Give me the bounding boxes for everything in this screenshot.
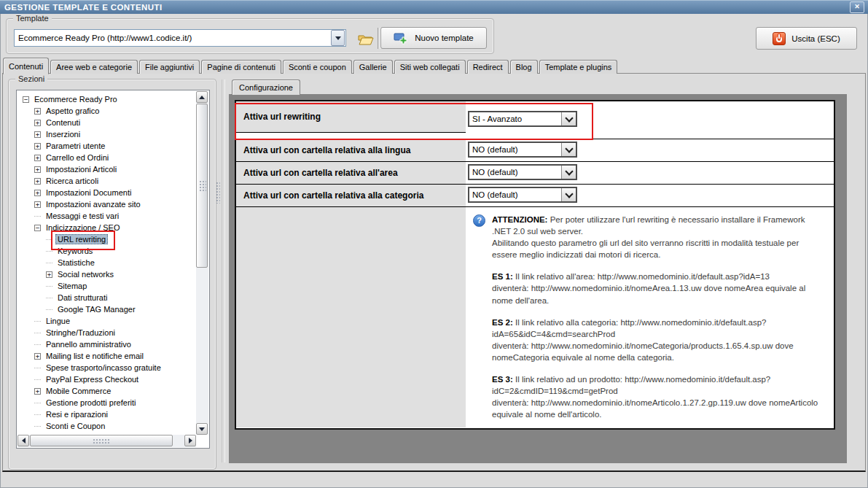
vertical-scroll-thumb[interactable]	[196, 104, 208, 268]
tab-template-e-plugins[interactable]: Template e plugins	[539, 60, 618, 74]
tree-item-sconti-e-coupon[interactable]: Sconti e Coupon	[17, 420, 196, 432]
collapse-icon[interactable]: −	[23, 96, 29, 103]
tree-item-aspetto-grafico[interactable]: +Aspetto grafico	[17, 105, 196, 117]
categoria-select[interactable]: NO (default)	[468, 187, 577, 203]
tree-item-sitemap[interactable]: Sitemap	[17, 280, 196, 292]
tree-item-ecommerce-ready-pro[interactable]: −Ecommerce Ready Pro	[17, 93, 196, 105]
tree-item-label: Gestione prodotti preferiti	[44, 398, 138, 408]
template-select-value: Ecommerce Ready Pro (http://www1.codice.…	[15, 34, 330, 42]
arrow-right-icon	[189, 438, 192, 444]
tree-connector	[34, 333, 41, 333]
tree-item-indicizzazione-seo[interactable]: −Indicizzazione / SEO	[17, 222, 196, 233]
expand-icon[interactable]: +	[34, 143, 41, 150]
tree-item-messaggi-e-testi-vari[interactable]: Messaggi e testi vari	[17, 210, 196, 222]
info-paragraph-bold: ES 2:	[492, 318, 513, 327]
tab-redirect[interactable]: Redirect	[467, 60, 509, 74]
tab-pagine-di-contenuti[interactable]: Pagine di contenuti	[201, 60, 281, 74]
expand-icon[interactable]: +	[34, 178, 41, 185]
tree-item-mobile-commerce[interactable]: +Mobile Commerce	[17, 385, 196, 397]
template-select[interactable]: Ecommerce Ready Pro (http://www1.codice.…	[14, 29, 346, 47]
tree-item-impostazioni-documenti[interactable]: +Impostazioni Documenti	[17, 187, 196, 198]
tree-item-spese-trasporto-incasso-gratuite[interactable]: Spese trasporto/incasso gratuite	[17, 362, 196, 373]
tree-item-impostazioni-articoli[interactable]: +Impostazioni Articoli	[17, 163, 196, 175]
arrow-up-icon	[199, 96, 205, 99]
expand-icon[interactable]: +	[34, 166, 41, 173]
tree-item-stringhe-traduzioni[interactable]: Stringhe/Traduzioni	[17, 327, 196, 338]
tab-blog[interactable]: Blog	[510, 60, 538, 74]
tree-item-keywords[interactable]: Keywords	[17, 245, 196, 257]
tab-configurazione[interactable]: Configurazione	[232, 80, 300, 95]
tree-connector	[34, 426, 41, 427]
tree-content: −Ecommerce Ready Pro+Aspetto grafico+Con…	[17, 91, 196, 435]
expand-icon[interactable]: +	[34, 353, 41, 360]
config-row-url-rewriting: Attiva url rewriting SI - Avanzato	[236, 101, 834, 139]
expand-icon[interactable]: +	[34, 190, 41, 196]
tree-item-label: Statistiche	[55, 257, 97, 268]
tree-item-carrello-ed-ordini[interactable]: +Carrello ed Ordini	[17, 152, 196, 163]
tree-item-lingue[interactable]: Lingue	[17, 315, 196, 327]
tree-item-google-tag-manager[interactable]: Google TAG Manager	[17, 303, 196, 315]
tree-item-social-networks[interactable]: +Social networks	[17, 268, 196, 280]
template-groupbox: Template Ecommerce Ready Pro (http://www…	[6, 18, 494, 54]
tree-item-contenuti[interactable]: +Contenuti	[17, 117, 196, 128]
tab-gallerie[interactable]: Gallerie	[353, 60, 393, 74]
expand-icon[interactable]: +	[34, 155, 41, 161]
tab-aree-web-e-categorie[interactable]: Aree web e categorie	[50, 60, 138, 74]
tree-item-parametri-utente[interactable]: +Parametri utente	[17, 140, 196, 152]
expand-icon[interactable]: +	[34, 120, 41, 126]
tree-item-label: Dati strutturati	[55, 293, 109, 303]
exit-button[interactable]: Uscita (ESC)	[756, 27, 857, 50]
tab-label: Blog	[516, 63, 532, 71]
tree-item-ricerca-articoli[interactable]: +Ricerca articoli	[17, 175, 196, 187]
area-select[interactable]: NO (default)	[468, 164, 577, 180]
url-rewriting-select[interactable]: SI - Avanzato	[468, 111, 577, 127]
tree-connector	[34, 344, 41, 345]
combo-dropdown-button[interactable]	[331, 30, 345, 46]
dropdown-button[interactable]	[561, 166, 576, 179]
expand-icon[interactable]: +	[46, 271, 52, 278]
tree-item-impostazioni-avanzate-sito[interactable]: +Impostazioni avanzate sito	[17, 198, 196, 210]
tab-sconti-e-coupon[interactable]: Sconti e coupon	[283, 60, 352, 74]
tree-item-inserzioni[interactable]: +Inserzioni	[17, 128, 196, 140]
tree-item-statistiche[interactable]: Statistiche	[17, 257, 196, 268]
dropdown-button[interactable]	[561, 188, 576, 201]
chevron-down-icon	[565, 144, 573, 152]
expand-icon[interactable]: +	[34, 108, 41, 115]
panel-splitter[interactable]	[216, 80, 228, 462]
tree-item-gestione-prodotti-preferiti[interactable]: Gestione prodotti preferiti	[17, 397, 196, 408]
dropdown-button[interactable]	[561, 112, 576, 125]
tree-item-url-rewriting[interactable]: URL rewriting	[17, 233, 196, 245]
tree-connector	[34, 321, 41, 322]
scroll-up-button[interactable]	[196, 91, 208, 103]
tab-file-aggiuntivi[interactable]: File aggiuntivi	[139, 60, 200, 74]
collapse-icon[interactable]: −	[34, 225, 41, 231]
help-icon	[473, 214, 485, 227]
tree-item-mailing-list-e-notifiche-email[interactable]: +Mailing list e notifiche email	[17, 350, 196, 362]
expand-icon[interactable]: +	[34, 388, 41, 395]
info-paragraph-bold: ATTENZIONE:	[492, 215, 547, 224]
expand-icon[interactable]: +	[34, 201, 41, 208]
tree-item-paypal-express-checkout[interactable]: PayPal Express Checkout	[17, 373, 196, 385]
new-template-label: Nuovo template	[415, 34, 474, 42]
scroll-down-button[interactable]	[196, 423, 208, 435]
tab-contenuti[interactable]: Contenuti	[3, 58, 49, 74]
new-template-button[interactable]: Nuovo template	[380, 27, 487, 49]
tree-item-dati-strutturati[interactable]: Dati strutturati	[17, 292, 196, 303]
horizontal-scroll-thumb[interactable]	[30, 435, 173, 446]
expand-icon[interactable]: +	[34, 131, 41, 138]
scroll-left-button[interactable]	[17, 435, 29, 446]
open-template-button[interactable]	[356, 28, 376, 50]
tab-siti-web-collegati[interactable]: Siti web collegati	[394, 60, 466, 74]
scroll-right-button[interactable]	[184, 435, 196, 446]
dropdown-button[interactable]	[561, 143, 576, 156]
tree-item-pannello-amministrativo[interactable]: Pannello amministrativo	[17, 338, 196, 350]
lingua-select[interactable]: NO (default)	[468, 142, 577, 158]
close-button[interactable]	[850, 1, 864, 13]
tree-connector	[46, 251, 52, 252]
application-window: { "window": { "title": "GESTIONE TEMPLAT…	[0, 0, 868, 488]
config-info-row: ATTENZIONE: Per poter utilizzare l'url r…	[236, 207, 834, 427]
tree-item-resi-e-riparazioni[interactable]: Resi e riparazioni	[17, 408, 196, 420]
tree-vertical-scrollbar[interactable]	[196, 91, 208, 435]
tree-horizontal-scrollbar[interactable]	[17, 435, 196, 447]
info-paragraph: ES 3: Il link relativo ad un prodotto: h…	[492, 373, 825, 420]
